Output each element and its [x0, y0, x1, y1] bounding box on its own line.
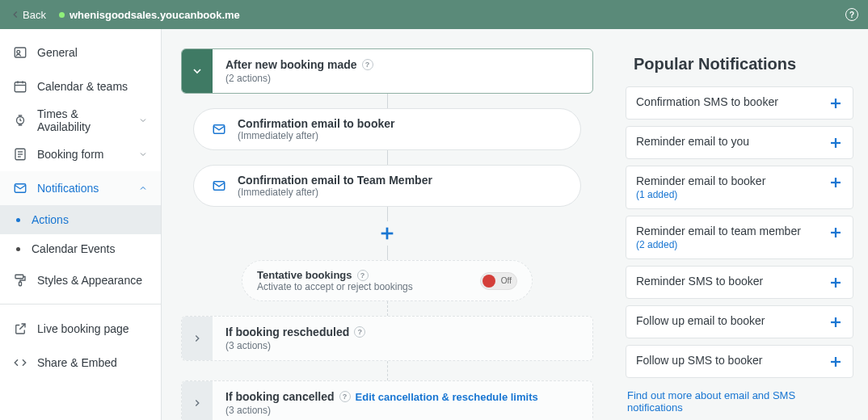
chevron-down-icon [138, 116, 148, 125]
action-confirmation-email-booker[interactable]: Confirmation email to booker (Immediatel… [193, 108, 581, 150]
chevron-down-icon [191, 65, 204, 78]
popular-item-label: Reminder SMS to booker [636, 275, 820, 288]
sidebar-item-share-embed[interactable]: Share & Embed [0, 346, 161, 380]
section-if-cancelled[interactable]: If booking cancelled ? Edit cancellation… [181, 380, 593, 420]
page-url-badge: whenisgoodsales.youcanbook.me [59, 9, 240, 21]
page-url: whenisgoodsales.youcanbook.me [70, 9, 240, 21]
help-tooltip-button[interactable]: ? [357, 270, 369, 281]
section-toggle-button[interactable] [182, 49, 213, 93]
plus-icon [828, 96, 843, 111]
popular-item-label: Confirmation SMS to booker [636, 95, 820, 108]
mail-icon [13, 181, 27, 195]
plus-icon [828, 136, 843, 150]
connector-line [387, 246, 388, 260]
section-if-rescheduled[interactable]: If booking rescheduled ? (3 actions) [181, 316, 593, 361]
section-after-new-booking[interactable]: After new booking made ? (2 actions) [181, 48, 593, 94]
help-tooltip-button[interactable]: ? [354, 326, 365, 338]
sidebar-subitem-label: Calendar Events [32, 242, 116, 255]
sidebar-item-live-booking[interactable]: Live booking page [0, 312, 161, 346]
sidebar-item-label: Booking form [37, 148, 129, 161]
tentative-bookings-card: Tentative bookings ? Activate to accept … [242, 260, 533, 301]
popular-footer-link[interactable]: Find out more about email and SMS notifi… [626, 384, 853, 414]
plus-icon [828, 355, 843, 369]
external-link-icon [13, 321, 27, 336]
action-title: Confirmation email to Team Member [238, 174, 432, 187]
chevron-left-icon [10, 9, 21, 20]
popular-item-added: (2 added) [636, 239, 820, 250]
section-title-text: After new booking made [225, 58, 357, 71]
popular-notifications-panel: Popular Notifications Confirmation SMS t… [626, 29, 868, 420]
connector-line [387, 207, 388, 221]
watch-icon [13, 113, 27, 128]
sidebar-item-booking-form[interactable]: Booking form [0, 137, 161, 171]
svg-rect-13 [19, 282, 22, 286]
popular-item-reminder-sms-booker[interactable]: Reminder SMS to booker [626, 266, 853, 299]
help-tooltip-button[interactable]: ? [362, 59, 373, 70]
help-tooltip-button[interactable]: ? [339, 391, 351, 402]
plus-icon [828, 315, 843, 330]
sidebar-item-label: Styles & Appearance [37, 274, 148, 287]
sidebar-item-label: Times & Availability [37, 107, 129, 133]
tentative-toggle[interactable]: Off [480, 272, 517, 290]
popular-item-followup-sms-booker[interactable]: Follow up SMS to booker [626, 345, 853, 378]
back-button[interactable]: Back [10, 9, 46, 21]
connector-line [387, 94, 388, 108]
code-icon [13, 355, 27, 370]
form-icon [13, 147, 27, 162]
action-subtitle: (Immediately after) [238, 130, 394, 141]
sidebar-item-times-availability[interactable]: Times & Availability [0, 103, 161, 137]
edit-cancellation-link[interactable]: Edit cancellation & reschedule limits [356, 391, 538, 403]
app-header: Back whenisgoodsales.youcanbook.me ? [0, 0, 868, 29]
sidebar-item-calendar-teams[interactable]: Calendar & teams [0, 69, 161, 103]
action-title: Confirmation email to booker [238, 117, 394, 130]
popular-item-label: Reminder email to booker [636, 174, 820, 187]
sidebar-subitem-label: Actions [32, 213, 69, 226]
chevron-up-icon [138, 183, 148, 193]
tentative-title-text: Tentative bookings [257, 269, 352, 281]
popular-item-followup-email-booker[interactable]: Follow up email to booker [626, 305, 853, 338]
back-label: Back [23, 9, 46, 21]
popular-item-reminder-email-you[interactable]: Reminder email to you [626, 126, 853, 159]
popular-title: Popular Notifications [626, 55, 853, 74]
popular-item-label: Follow up SMS to booker [636, 354, 820, 367]
popular-item-reminder-email-team[interactable]: Reminder email to team member (2 added) [626, 216, 853, 259]
plus-icon [828, 275, 843, 290]
sidebar-item-general[interactable]: General [0, 36, 161, 69]
help-button[interactable]: ? [845, 8, 858, 21]
section-toggle-button[interactable] [182, 317, 213, 360]
plus-icon [828, 175, 843, 190]
section-title-text: If booking rescheduled [225, 326, 349, 338]
connector-line [387, 301, 388, 316]
workflow-column: After new booking made ? (2 actions) Con… [162, 29, 609, 420]
sidebar-separator [0, 304, 161, 312]
sidebar-item-label: Calendar & teams [37, 80, 148, 93]
sidebar-item-label: Share & Embed [37, 356, 148, 369]
sidebar: General Calendar & teams Times & Availab… [0, 29, 162, 420]
chevron-right-icon [192, 397, 203, 409]
person-card-icon [13, 45, 27, 60]
svg-point-1 [17, 50, 20, 53]
section-toggle-button[interactable] [182, 381, 213, 420]
plus-icon [828, 225, 843, 240]
action-subtitle: (Immediately after) [238, 187, 432, 198]
sidebar-item-label: Live booking page [37, 322, 148, 335]
popular-item-added: (1 added) [636, 189, 820, 200]
action-confirmation-email-team[interactable]: Confirmation email to Team Member (Immed… [193, 165, 581, 207]
popular-item-label: Reminder email to team member [636, 225, 820, 237]
sidebar-subitem-actions[interactable]: Actions [0, 205, 161, 234]
svg-rect-2 [15, 82, 26, 92]
chevron-right-icon [192, 333, 203, 344]
toggle-knob-icon [482, 275, 495, 288]
sidebar-item-styles-appearance[interactable]: Styles & Appearance [0, 263, 161, 297]
sidebar-item-notifications[interactable]: Notifications [0, 171, 161, 205]
section-title-text: If booking cancelled [225, 390, 335, 403]
calendar-icon [13, 79, 27, 94]
popular-item-confirmation-sms[interactable]: Confirmation SMS to booker [626, 86, 853, 120]
sidebar-item-label: Notifications [37, 182, 129, 195]
section-subtitle: (3 actions) [225, 340, 579, 351]
sidebar-item-label: General [37, 46, 148, 59]
svg-rect-12 [15, 275, 23, 279]
popular-item-reminder-email-booker[interactable]: Reminder email to booker (1 added) [626, 166, 853, 209]
add-action-button[interactable] [378, 225, 396, 242]
sidebar-subitem-calendar-events[interactable]: Calendar Events [0, 234, 161, 263]
